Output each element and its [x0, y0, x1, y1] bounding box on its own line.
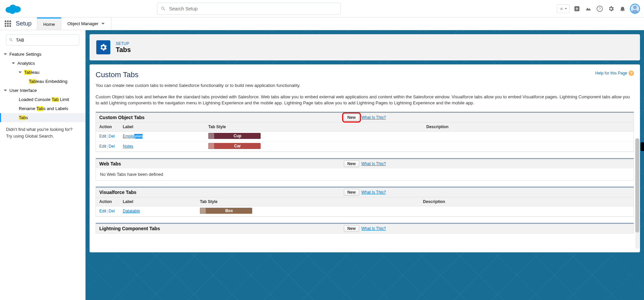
chevron-down-icon	[18, 70, 22, 74]
avatar-icon	[631, 4, 639, 13]
tree-label: Feature Settings	[9, 52, 41, 57]
salesforce-help-button[interactable]	[584, 5, 592, 13]
app-launcher[interactable]	[0, 20, 16, 27]
setup-button[interactable]	[607, 5, 615, 13]
tree-rename-tabs-labels[interactable]: Rename Tabs and Labels	[0, 104, 85, 113]
new-web-tab-button[interactable]: New	[344, 160, 360, 167]
table-row: Edit|Del Employees Cup	[96, 131, 634, 141]
page-titles: SETUP Tabs	[116, 41, 131, 54]
chevron-down-icon	[3, 52, 7, 56]
gear-icon	[99, 43, 108, 52]
header-icons: ?	[557, 4, 640, 14]
star-icon	[559, 6, 564, 11]
tree-label: User Interface	[9, 88, 37, 93]
favorites-button[interactable]	[557, 4, 570, 13]
global-header: ?	[0, 0, 644, 17]
waffle-icon	[5, 20, 11, 27]
new-vf-tab-button[interactable]: New	[344, 189, 360, 196]
label-link-employees[interactable]: Employees	[123, 134, 143, 139]
chevron-down-icon	[11, 61, 15, 65]
section-lightning-component-tabs: Lightning Component Tabs New What Is Thi…	[96, 223, 634, 234]
tab-style-chip: Car	[208, 143, 261, 149]
del-link[interactable]: Del	[109, 134, 115, 139]
no-results-hint: Didn't find what you're looking for? Try…	[0, 122, 85, 143]
nav-tabs: Home Object Manager	[37, 17, 111, 30]
tree-feature-settings[interactable]: Feature Settings	[0, 50, 85, 59]
tree-label: Rename Tabs and Labels	[19, 106, 68, 111]
salesforce-logo[interactable]	[4, 2, 23, 15]
tree-label: Loaded Console Tab Limit	[19, 97, 69, 102]
search-icon	[9, 38, 13, 42]
quick-find[interactable]	[6, 34, 79, 46]
what-is-this-link[interactable]: What Is This?	[361, 161, 386, 166]
tab-home-label: Home	[43, 22, 55, 27]
tree-tableau-embedding[interactable]: Tableau Embedding	[0, 77, 85, 86]
breadcrumb: SETUP	[116, 41, 131, 46]
label-link-notes[interactable]: Notes	[123, 144, 133, 149]
visualforce-tabs-table: Action Label Tab Style Description Edit|…	[96, 197, 634, 216]
del-link[interactable]: Del	[109, 144, 115, 149]
new-custom-object-tab-button[interactable]: New	[344, 114, 360, 121]
chevron-down-icon	[101, 22, 105, 26]
global-search-input[interactable]	[169, 6, 337, 11]
what-is-this-link[interactable]: What Is This?	[361, 226, 386, 231]
question-icon: ?	[596, 5, 603, 12]
search-icon	[161, 6, 166, 11]
help-icon: ?	[629, 70, 634, 76]
edit-link[interactable]: Edit	[99, 134, 106, 139]
tab-object-manager-label: Object Manager	[67, 21, 99, 26]
tree-label: Tableau	[24, 70, 40, 75]
svg-point-7	[633, 5, 637, 9]
tree-user-interface[interactable]: User Interface	[0, 86, 85, 95]
inner-scrollbar[interactable]	[635, 138, 639, 249]
page-icon	[96, 40, 110, 54]
tree-loaded-console-tab-limit[interactable]: Loaded Console Tab Limit	[0, 95, 85, 104]
section-web-tabs: Web Tabs New What Is This? No Web Tabs h…	[96, 158, 634, 181]
add-button[interactable]	[573, 5, 581, 13]
section-title: Lightning Component Tabs	[99, 226, 160, 231]
chevron-down-icon	[565, 7, 567, 10]
svg-text:?: ?	[599, 6, 601, 11]
tab-style-chip: Cup	[208, 133, 261, 139]
page-header: SETUP Tabs	[90, 34, 640, 60]
side-grabber[interactable]	[641, 142, 644, 151]
what-is-this-link[interactable]: What Is This?	[361, 115, 386, 120]
section-title: Custom Object Tabs	[99, 115, 145, 120]
setup-tree: Feature Settings Analytics Tableau Table…	[0, 50, 85, 122]
user-avatar[interactable]	[630, 4, 640, 14]
tab-home[interactable]: Home	[37, 17, 61, 30]
tab-style-chip: Box	[200, 208, 252, 214]
del-link[interactable]: Del	[109, 209, 115, 213]
edit-link[interactable]: Edit	[99, 209, 106, 213]
help-button[interactable]: ?	[596, 5, 604, 13]
gear-icon	[608, 5, 614, 12]
table-row: Edit|Del Notes Car	[96, 141, 634, 151]
tree-analytics[interactable]: Analytics	[0, 59, 85, 68]
tree-tableau[interactable]: Tableau	[0, 68, 85, 77]
tree-tabs[interactable]: Tabs	[0, 113, 85, 122]
section-title: Visualforce Tabs	[99, 190, 137, 195]
quick-find-input[interactable]	[16, 38, 76, 43]
edit-link[interactable]: Edit	[99, 144, 106, 149]
tree-label: Tableau Embedding	[29, 79, 67, 84]
body-heading: Custom Tabs	[96, 70, 634, 79]
plus-icon	[574, 5, 580, 12]
global-search[interactable]	[157, 3, 341, 15]
notifications-button[interactable]	[619, 5, 627, 13]
label-link-datatable[interactable]: Datatable	[123, 209, 140, 213]
col-label: Label	[119, 197, 197, 206]
trailhead-icon	[585, 5, 592, 12]
col-label: Label	[119, 122, 205, 131]
tab-object-manager[interactable]: Object Manager	[61, 17, 112, 30]
body-card: Custom Tabs Help for this Page? You can …	[90, 64, 640, 252]
content-area: SETUP Tabs Custom Tabs Help for this Pag…	[86, 30, 644, 300]
col-action: Action	[96, 197, 119, 206]
body-p1: You can create new custom tabs to extend…	[96, 83, 634, 89]
tree-label: Analytics	[17, 61, 35, 66]
section-custom-object-tabs: Custom Object Tabs New What Is This? Act…	[96, 112, 634, 152]
what-is-this-link[interactable]: What Is This?	[361, 190, 386, 195]
help-for-page-link[interactable]: Help for this Page?	[595, 70, 634, 76]
page-title: Tabs	[116, 46, 131, 54]
custom-object-tabs-table: Action Label Tab Style Description Edit|…	[96, 122, 634, 152]
new-lct-button[interactable]: New	[344, 225, 360, 232]
